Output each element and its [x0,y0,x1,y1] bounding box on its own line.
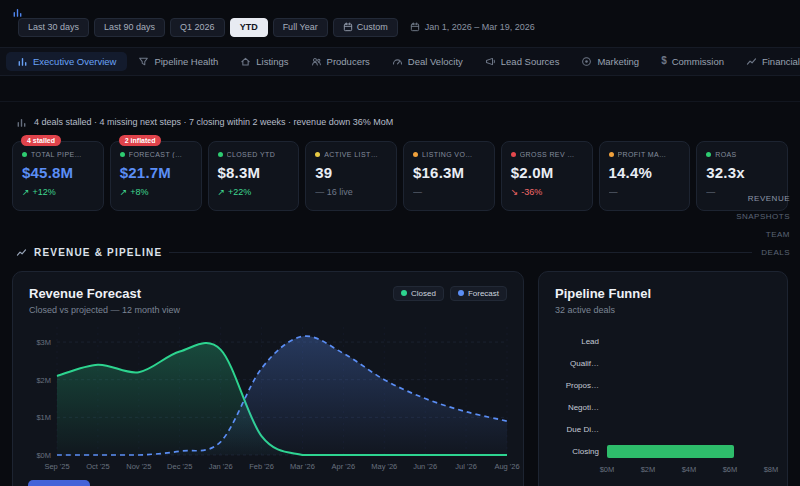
kpi-row: 4 stalledTOTAL PIPE…$45.8M↗+12%2 inflate… [0,141,800,211]
legend-label: Forecast [468,289,499,298]
horizontal-scrollbar-thumb[interactable] [28,480,90,486]
status-dot [706,152,711,157]
kpi-delta-value: +22% [228,187,251,197]
tab-lead-sources[interactable]: Lead Sources [474,52,571,71]
kpi-card-gross-rev[interactable]: GROSS REV …$2.0M↘-36% [501,141,593,211]
revenue-chart-svg [57,327,507,455]
tab-financials[interactable]: Financials [735,52,800,71]
kpi-value: $16.3M [413,164,485,181]
kpi-label-row: CLOSED YTD [218,151,290,158]
funnel-axis-label: $6M [723,465,738,474]
filter-custom[interactable]: Custom [333,18,398,37]
tab-label: Commission [672,56,724,67]
revenue-forecast-card: Revenue Forecast Closed vs projected — 1… [12,271,524,486]
revenue-forecast-header: Revenue Forecast Closed vs projected — 1… [29,286,507,315]
funnel-icon [138,56,149,67]
kpi-label: CLOSED YTD [227,151,276,158]
kpi-sub-text: — [413,187,485,197]
y-axis-label: $3M [36,337,51,346]
funnel-axis-label: $8M [764,465,779,474]
filter-full-year[interactable]: Full Year [273,18,328,37]
target-icon [581,56,592,67]
funnel-bar-track [607,445,771,458]
kpi-label-row: GROSS REV … [511,151,583,158]
filter-ytd[interactable]: YTD [230,18,268,37]
status-dot [609,152,614,157]
tab-label: Listings [256,56,288,67]
pipeline-funnel-subtitle: 32 active deals [555,305,771,315]
filter-bar: Last 30 daysLast 90 daysQ1 2026YTDFull Y… [0,0,800,37]
legend-item-closed[interactable]: Closed [393,286,444,301]
status-dot [511,152,516,157]
filter-label: Q1 2026 [180,22,215,33]
legend-item-forecast[interactable]: Forecast [450,286,507,301]
kpi-label: TOTAL PIPE… [31,151,82,158]
filter-last-30-days[interactable]: Last 30 days [18,18,89,37]
tab-commission[interactable]: $Commission [650,52,735,71]
bars-icon [17,56,28,67]
tab-producers[interactable]: Producers [300,52,381,71]
status-dot [315,152,320,157]
status-dot [218,152,223,157]
calendar-icon [343,22,353,32]
funnel-axis-label: $4M [682,465,697,474]
x-axis-label: Jan '26 [209,462,233,471]
status-dot [413,152,418,157]
funnel-stage-label: Closing [555,447,599,456]
kpi-delta: ↗+12% [22,187,94,197]
kpi-card-total-pipe[interactable]: 4 stalledTOTAL PIPE…$45.8M↗+12% [12,141,104,211]
kpi-label: ROAS [715,151,736,158]
kpi-card-profit-ma[interactable]: PROFIT MA…14.4%— [599,141,691,211]
funnel-bar-closing[interactable] [607,445,734,458]
scroll-nav-deals[interactable]: DEALS [761,249,790,257]
tab-marketing[interactable]: Marketing [570,52,650,71]
status-badge: 2 inflated [119,135,162,146]
scroll-nav-revenue[interactable]: REVENUE [748,195,790,203]
filter-q1-2026[interactable]: Q1 2026 [170,18,225,37]
x-axis-label: Oct '25 [86,462,110,471]
kpi-value: 14.4% [609,164,681,181]
kpi-delta: ↗+22% [218,187,290,197]
x-axis-label: Aug '26 [494,462,519,471]
x-axis: Sep '25Oct '25Nov '25Dec '25Jan '26Feb '… [57,462,507,474]
tab-pipeline-health[interactable]: Pipeline Health [127,52,229,71]
kpi-label-row: LISTING VO… [413,151,485,158]
kpi-card-active-list[interactable]: ACTIVE LIST…39— 16 live [305,141,397,211]
filter-last-90-days[interactable]: Last 90 days [94,18,165,37]
revenue-chart: $0M$1M$2M$3M Sep '25Oct '25Nov '25Dec '2… [57,327,507,474]
kpi-delta-value: -36% [521,187,542,197]
tab-label: Financials [762,56,800,67]
date-filter-group: Last 30 daysLast 90 daysQ1 2026YTDFull Y… [18,18,398,37]
x-axis-label: Nov '25 [126,462,151,471]
tab-label: Executive Overview [33,56,116,67]
x-axis-label: Apr '26 [332,462,356,471]
x-axis-label: Jun '26 [413,462,437,471]
kpi-card-closed-ytd[interactable]: CLOSED YTD$8.3M↗+22% [208,141,300,211]
legend-dot [401,290,407,296]
filter-label: Full Year [283,22,318,33]
tab-listings[interactable]: Listings [229,52,299,71]
funnel-bar-track [607,379,771,392]
funnel-axis-label: $0M [600,465,615,474]
kpi-value: $2.0M [511,164,583,181]
tab-label: Lead Sources [501,56,560,67]
kpi-card-listing-vo[interactable]: LISTING VO…$16.3M— [403,141,495,211]
scroll-nav-snapshots[interactable]: SNAPSHOTS [736,213,790,221]
kpi-value: 32.3x [706,164,778,181]
pipeline-funnel-title: Pipeline Funnel [555,286,771,301]
tab-deal-velocity[interactable]: Deal Velocity [381,52,474,71]
date-range-text: Jan 1, 2026 – Mar 19, 2026 [425,22,535,32]
section-header: REVENUE & PIPELINE [16,247,786,258]
chart-legend: ClosedForecast [393,286,507,301]
x-axis-label: Feb '26 [249,462,274,471]
kpi-label: FORECAST (… [129,151,183,158]
status-badge: 4 stalled [21,135,61,146]
x-axis-label: Mar '26 [290,462,315,471]
tab-executive-overview[interactable]: Executive Overview [6,52,127,71]
status-dot [120,152,125,157]
kpi-card-forecast[interactable]: 2 inflatedFORECAST (…$21.7M↗+8% [110,141,202,211]
kpi-value: $21.7M [120,164,192,181]
filter-label: YTD [240,22,258,33]
scroll-nav-team[interactable]: TEAM [766,231,790,239]
arrow-up-icon: ↗ [22,187,30,197]
